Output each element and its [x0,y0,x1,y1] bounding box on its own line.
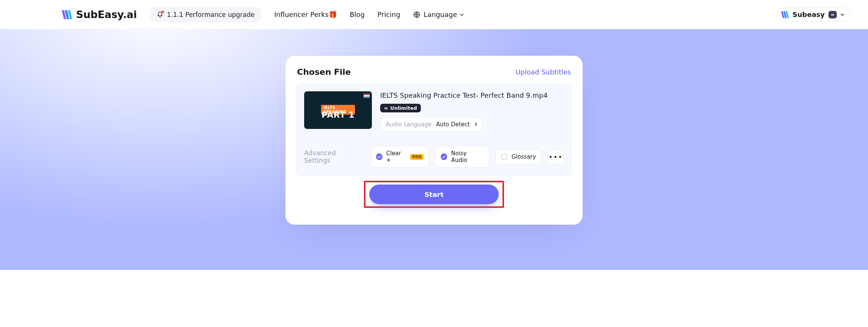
option-noisy-label: Noisy Audio [451,150,484,164]
infinity-icon: ∞ [831,12,834,17]
audio-language-selector[interactable]: Audio Language Auto Detect [380,117,483,132]
account-name: Subeasy [793,11,825,18]
checkbox-off-icon [501,153,508,160]
file-name: IELTS Speaking Practice Test- Perfect Ba… [380,91,548,99]
nav-influencer-label: Influencer Perks [274,11,329,18]
option-glossary[interactable]: Glossary [495,149,542,164]
panel-title: Chosen File [297,67,351,77]
plan-badge: ∞ [828,11,837,18]
unlimited-label: Unlimited [390,105,417,111]
file-thumbnail: IELTS SPEAKING PART 1 [304,91,372,129]
start-button[interactable]: Start [369,185,499,204]
unlimited-badge: ∞ Unlimited [380,104,421,112]
audio-language-value: Auto Detect [436,121,470,128]
infinity-icon: ∞ [384,105,388,111]
brand-mark-small-icon [780,10,789,19]
chevron-down-icon [460,13,464,17]
advanced-settings-label: Advanced Settings [304,149,363,164]
account-pill[interactable]: Subeasy ∞ [776,8,850,22]
gift-icon: 🎁 [329,11,337,18]
brand-mark-icon [60,9,72,21]
language-label: Language [423,11,457,18]
advanced-settings-row: Advanced Settings Clear + PRO Noisy Audi… [304,146,564,168]
chosen-file-panel: Chosen File Upload Subtitles IELTS SPEAK… [285,56,583,225]
divider [304,139,564,139]
checkbox-on-icon [441,153,448,160]
checkbox-on-icon [376,153,382,160]
nav-influencer-perks[interactable]: Influencer Perks🎁 [274,11,337,18]
tutorial-highlight: Start [364,181,504,208]
main-stage: Chosen File Upload Subtitles IELTS SPEAK… [0,29,868,270]
brand-name: SubEasy.ai [76,9,137,20]
option-noisy-audio[interactable]: Noisy Audio [435,146,489,168]
globe-icon [413,11,420,18]
ellipsis-icon: ••• [549,153,563,161]
upload-subtitles-link[interactable]: Upload Subtitles [515,68,571,76]
option-glossary-label: Glossary [512,153,536,160]
pro-badge: PRO [410,154,423,160]
chevron-right-icon [474,123,477,126]
file-card: IELTS SPEAKING PART 1 IELTS Speaking Pra… [296,83,572,176]
audio-language-label: Audio Language [386,121,431,128]
nav-blog[interactable]: Blog [350,11,365,18]
brand-logo[interactable]: SubEasy.ai [60,9,137,21]
bell-icon [157,11,163,18]
thumb-title: PART 1 [321,110,355,120]
more-options-button[interactable]: ••• [548,149,564,164]
announcement-chip[interactable]: 1.1.1 Performance upgrade [150,7,262,22]
flag-icon [364,94,370,98]
option-clear-plus[interactable]: Clear + PRO [370,146,429,168]
announcement-text: 1.1.1 Performance upgrade [167,11,255,18]
nav-pricing[interactable]: Pricing [378,11,400,18]
top-navbar: SubEasy.ai 1.1.1 Performance upgrade Inf… [0,0,868,29]
option-clear-label: Clear + [386,150,407,164]
chevron-down-icon [841,13,844,17]
language-selector[interactable]: Language [413,11,464,18]
